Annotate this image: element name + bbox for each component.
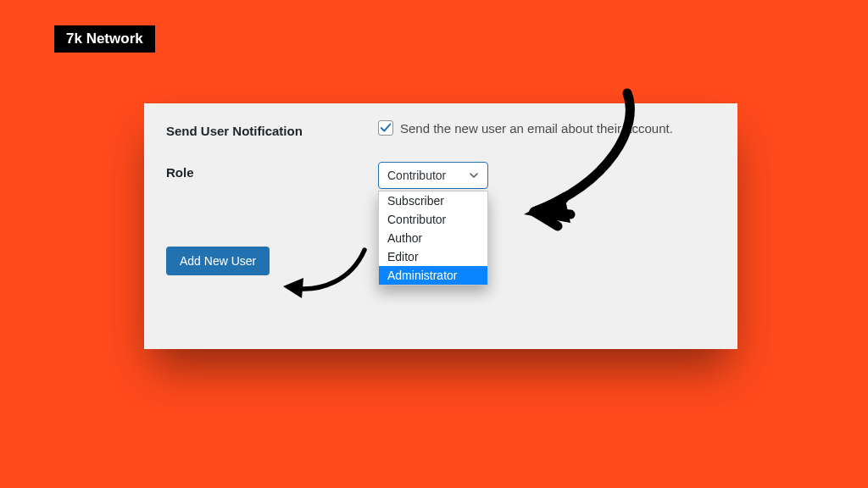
role-selected-value: Contributor (387, 169, 446, 182)
notification-field: Send the new user an email about their a… (378, 120, 715, 136)
role-option[interactable]: Author (379, 229, 487, 247)
role-row: Role Contributor SubscriberContributorAu… (166, 162, 715, 189)
notification-label: Send User Notification (166, 120, 378, 138)
check-icon (380, 122, 392, 134)
role-select-wrap: Contributor SubscriberContributorAuthorE… (378, 162, 488, 189)
add-user-panel: Send User Notification Send the new user… (144, 103, 737, 349)
role-select[interactable]: Contributor (378, 162, 488, 189)
role-option[interactable]: Contributor (379, 210, 487, 229)
role-option[interactable]: Subscriber (379, 191, 487, 210)
notification-checkbox[interactable] (378, 120, 393, 136)
notification-row: Send User Notification Send the new user… (166, 120, 715, 138)
role-field: Contributor SubscriberContributorAuthorE… (378, 162, 715, 189)
chevron-down-icon (469, 170, 479, 180)
notification-text: Send the new user an email about their a… (400, 121, 673, 136)
role-label: Role (166, 162, 378, 180)
brand-badge: 7k Network (54, 25, 155, 53)
role-option[interactable]: Editor (379, 247, 487, 266)
role-dropdown: SubscriberContributorAuthorEditorAdminis… (378, 191, 488, 286)
add-user-button[interactable]: Add New User (166, 247, 270, 275)
role-option[interactable]: Administrator (379, 266, 487, 285)
